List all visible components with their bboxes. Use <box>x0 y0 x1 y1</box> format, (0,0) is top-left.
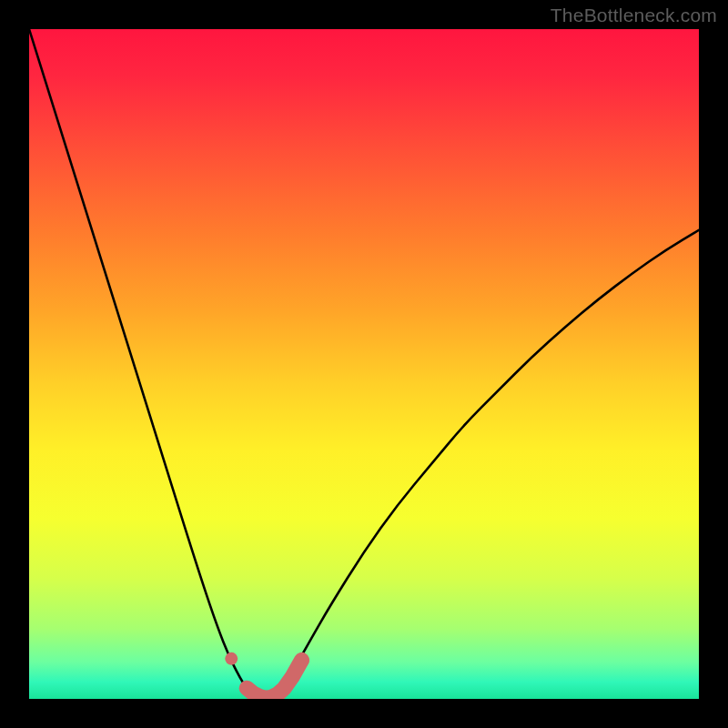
chart-frame: TheBottleneck.com <box>0 0 728 728</box>
bottleneck-curve <box>29 29 699 699</box>
plot-area <box>29 29 699 699</box>
datapoint-band <box>247 660 301 698</box>
datapoint-marker <box>225 652 238 665</box>
watermark-text: TheBottleneck.com <box>551 5 717 26</box>
